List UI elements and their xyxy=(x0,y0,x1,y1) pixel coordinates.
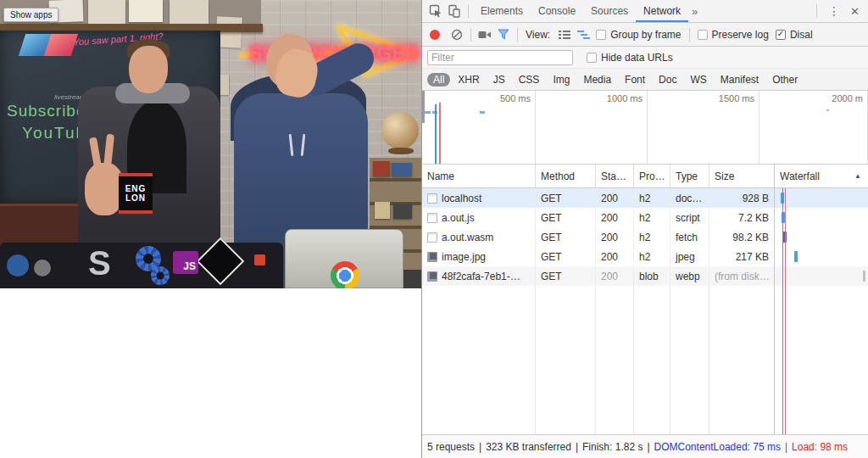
jacket-patch-line2: LON xyxy=(125,193,146,203)
request-waterfall-cell[interactable] xyxy=(775,188,868,208)
timeline-gridline xyxy=(535,91,536,164)
requests-table-header: Name Method Sta… Pro… Type Size Waterfal… xyxy=(422,165,868,188)
request-method-cell[interactable]: GET xyxy=(536,247,596,266)
checkbox-label: Group by frame xyxy=(610,29,681,41)
checkbox-label: Disal xyxy=(790,29,813,41)
request-status-cell[interactable]: 200 xyxy=(596,247,634,266)
overview-resize-handle[interactable] xyxy=(422,91,425,123)
type-filter-media[interactable]: Media xyxy=(577,73,617,87)
request-type-cell[interactable]: jpeg xyxy=(670,247,709,266)
request-method-cell[interactable]: GET xyxy=(536,227,596,247)
devtools-panel: ElementsConsoleSourcesNetwork » ⋮ ✕ xyxy=(421,0,868,458)
request-type-cell[interactable]: script xyxy=(670,208,709,227)
view-waterfall-icon[interactable] xyxy=(574,25,593,44)
column-header-protocol[interactable]: Pro… xyxy=(634,165,670,187)
request-name-cell[interactable]: 48f2cafa-7eb1-… xyxy=(422,266,536,286)
kebab-menu-icon[interactable]: ⋮ xyxy=(821,4,847,18)
request-waterfall-cell[interactable] xyxy=(775,227,868,247)
request-size-cell[interactable]: 7.2 KB xyxy=(709,208,775,227)
clear-icon[interactable] xyxy=(448,25,466,44)
request-size-cell[interactable]: 928 B xyxy=(709,188,775,208)
request-status-cell[interactable]: 200 xyxy=(596,227,634,247)
group-by-frame-checkbox[interactable]: Group by frame xyxy=(596,29,681,41)
network-timeline-overview[interactable]: 500 ms1000 ms1500 ms2000 m xyxy=(422,91,868,165)
request-protocol-cell[interactable]: h2 xyxy=(634,208,670,227)
device-toolbar-icon[interactable] xyxy=(445,2,464,20)
tab-network[interactable]: Network xyxy=(636,1,688,22)
request-status-cell[interactable]: 200 xyxy=(596,208,634,227)
show-apps-tooltip: Show apps xyxy=(3,8,58,22)
type-filter-doc[interactable]: Doc xyxy=(653,73,682,87)
network-request-row[interactable]: image.jpgGET200h2jpeg217 KB xyxy=(422,247,868,266)
round-sticker xyxy=(7,254,29,276)
disable-cache-checkbox[interactable]: ✓ Disal xyxy=(776,29,813,41)
hide-data-urls-checkbox[interactable]: Hide data URLs xyxy=(587,52,673,64)
request-type-cell[interactable]: doc… xyxy=(670,188,709,208)
type-filter-font[interactable]: Font xyxy=(619,73,651,87)
request-method-cell[interactable]: GET xyxy=(536,266,596,286)
view-list-icon[interactable] xyxy=(555,25,574,44)
request-type-cell[interactable]: fetch xyxy=(670,227,709,247)
type-filter-xhr[interactable]: XHR xyxy=(452,73,485,87)
close-devtools-icon[interactable]: ✕ xyxy=(847,5,868,18)
request-protocol-cell[interactable]: h2 xyxy=(634,188,670,208)
filter-row: Hide data URLs xyxy=(422,47,868,69)
more-tabs-icon[interactable]: » xyxy=(688,5,701,18)
overview-dcl-line xyxy=(435,104,437,165)
request-protocol-cell[interactable]: h2 xyxy=(634,247,670,266)
request-size-cell[interactable]: (from disk… xyxy=(709,266,775,286)
network-request-row[interactable]: localhostGET200h2doc…928 B xyxy=(422,188,868,208)
tab-elements[interactable]: Elements xyxy=(473,1,531,22)
column-header-method[interactable]: Method xyxy=(536,165,596,187)
column-header-name[interactable]: Name xyxy=(422,165,536,187)
empty-cell xyxy=(536,286,596,434)
network-request-row[interactable]: 48f2cafa-7eb1-…GET200blobwebp(from disk… xyxy=(422,266,868,286)
checkbox-box-checked: ✓ xyxy=(776,30,786,40)
filter-input[interactable] xyxy=(427,50,573,65)
request-protocol-cell[interactable]: h2 xyxy=(634,227,670,247)
record-network-log-icon[interactable] xyxy=(430,30,440,40)
preserve-log-checkbox[interactable]: Preserve log xyxy=(698,29,769,41)
request-size-cell[interactable]: 217 KB xyxy=(709,247,775,266)
request-name: a.out.js xyxy=(442,212,475,224)
request-size-cell[interactable]: 98.2 KB xyxy=(709,227,775,247)
request-name-cell[interactable]: a.out.wasm xyxy=(422,227,536,247)
column-header-size[interactable]: Size xyxy=(709,165,775,187)
column-header-waterfall[interactable]: Waterfall ▲ xyxy=(775,165,868,187)
tab-sources[interactable]: Sources xyxy=(583,1,636,22)
request-name-cell[interactable]: image.jpg xyxy=(422,247,536,266)
request-type-cell[interactable]: webp xyxy=(670,266,709,286)
request-status-cell[interactable]: 200 xyxy=(596,188,634,208)
pinned-paper xyxy=(170,0,209,24)
separator: | xyxy=(785,441,787,453)
request-name-cell[interactable]: a.out.js xyxy=(422,208,536,227)
type-filter-all[interactable]: All xyxy=(427,73,450,87)
request-method-cell[interactable]: GET xyxy=(536,188,596,208)
tab-console[interactable]: Console xyxy=(531,1,583,22)
type-filter-manifest[interactable]: Manifest xyxy=(715,73,765,87)
network-request-row[interactable]: a.out.jsGET200h2script7.2 KB xyxy=(422,208,868,227)
image-file-icon xyxy=(427,271,437,282)
network-request-row[interactable]: a.out.wasmGET200h2fetch98.2 KB xyxy=(422,227,868,247)
inspect-element-icon[interactable] xyxy=(426,2,445,20)
column-header-type[interactable]: Type xyxy=(670,165,709,187)
devtools-tabs: ElementsConsoleSourcesNetwork xyxy=(473,1,688,22)
type-filter-css[interactable]: CSS xyxy=(513,73,546,87)
request-protocol-cell[interactable]: blob xyxy=(634,266,670,286)
type-filter-js[interactable]: JS xyxy=(487,73,511,87)
request-status-cell[interactable]: 200 xyxy=(596,266,634,286)
request-name-cell[interactable]: localhost xyxy=(422,188,536,208)
type-filter-other[interactable]: Other xyxy=(766,73,804,87)
pinned-paper xyxy=(88,0,125,24)
request-waterfall-cell[interactable] xyxy=(775,266,868,286)
type-filter-img[interactable]: Img xyxy=(547,73,576,87)
waterfall-load-event-line xyxy=(785,188,786,434)
type-filter-ws[interactable]: WS xyxy=(684,73,712,87)
filter-funnel-icon[interactable] xyxy=(494,25,513,44)
gear-sticker xyxy=(151,266,170,285)
column-header-status[interactable]: Sta… xyxy=(596,165,634,187)
request-method-cell[interactable]: GET xyxy=(536,208,596,227)
capture-screenshots-icon[interactable] xyxy=(476,25,494,44)
request-waterfall-cell[interactable] xyxy=(775,208,868,227)
request-waterfall-cell[interactable] xyxy=(775,247,868,266)
